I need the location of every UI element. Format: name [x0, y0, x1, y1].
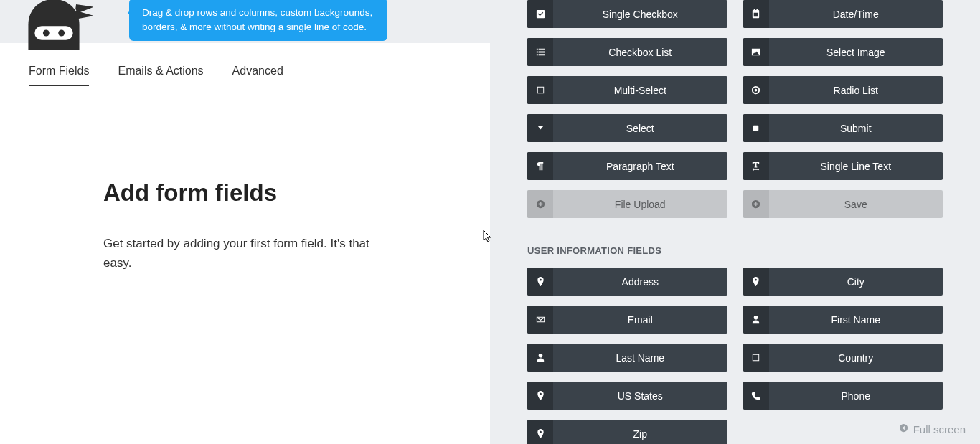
fullscreen-label: Full screen	[913, 423, 966, 435]
field-label: First Name	[769, 306, 943, 334]
map-pin-icon	[527, 420, 553, 444]
dot-circle-icon	[743, 76, 769, 104]
square-o-icon	[743, 344, 769, 372]
field-us-states[interactable]: US States	[527, 382, 727, 410]
svg-rect-1	[34, 26, 72, 40]
field-label: Last Name	[553, 344, 727, 372]
chevron-down-icon	[527, 114, 553, 142]
left-panel: Drag & drop rows and columns, custom bac…	[0, 0, 490, 444]
tab-advanced[interactable]: Advanced	[232, 65, 283, 86]
ninja-logo	[14, 0, 93, 50]
page-title: Add form fields	[103, 179, 402, 207]
right-panel: Single CheckboxDate/TimeCheckbox ListSel…	[490, 0, 980, 444]
user-icon	[527, 344, 553, 372]
page-description: Get started by adding your first form fi…	[103, 234, 390, 273]
text-width-icon	[743, 152, 769, 180]
field-label: Select Image	[769, 38, 943, 66]
field-file-upload: File Upload	[527, 190, 727, 218]
field-label: US States	[553, 382, 727, 410]
image-icon	[743, 38, 769, 66]
field-city[interactable]: City	[743, 268, 943, 296]
field-label: Radio List	[769, 76, 943, 104]
field-select-image[interactable]: Select Image	[743, 38, 943, 66]
plus-circle-icon	[527, 190, 553, 218]
field-single-line-text[interactable]: Single Line Text	[743, 152, 943, 180]
field-label: Country	[769, 344, 943, 372]
phone-icon	[743, 382, 769, 410]
field-label: Paragraph Text	[553, 152, 727, 180]
square-o-icon	[527, 76, 553, 104]
field-label: Save	[769, 190, 943, 218]
square-icon	[743, 114, 769, 142]
user-info-section-header: USER INFORMATION FIELDS	[527, 245, 943, 256]
svg-point-3	[58, 30, 65, 37]
field-label: Multi-Select	[553, 76, 727, 104]
field-address[interactable]: Address	[527, 268, 727, 296]
arrow-left-circle-icon	[898, 422, 909, 435]
field-label: Email	[553, 306, 727, 334]
svg-point-2	[43, 30, 50, 37]
field-radio-list[interactable]: Radio List	[743, 76, 943, 104]
list-ul-icon	[527, 38, 553, 66]
paragraph-icon	[527, 152, 553, 180]
field-label: Zip	[553, 420, 727, 444]
map-pin-icon	[527, 382, 553, 410]
field-label: Single Checkbox	[553, 0, 727, 28]
tooltip-bubble: Drag & drop rows and columns, custom bac…	[129, 0, 387, 41]
field-label: Address	[553, 268, 727, 296]
common-fields-grid: Single CheckboxDate/TimeCheckbox ListSel…	[527, 0, 943, 218]
field-first-name[interactable]: First Name	[743, 306, 943, 334]
field-zip[interactable]: Zip	[527, 420, 727, 444]
field-single-checkbox[interactable]: Single Checkbox	[527, 0, 727, 28]
header-area: Drag & drop rows and columns, custom bac…	[0, 0, 490, 43]
field-last-name[interactable]: Last Name	[527, 344, 727, 372]
tab-emails-actions[interactable]: Emails & Actions	[118, 65, 203, 86]
calendar-icon	[743, 0, 769, 28]
field-select[interactable]: Select	[527, 114, 727, 142]
field-country[interactable]: Country	[743, 344, 943, 372]
field-multi-select[interactable]: Multi-Select	[527, 76, 727, 104]
user-fields-grid: AddressCityEmailFirst NameLast NameCount…	[527, 268, 943, 444]
field-checkbox-list[interactable]: Checkbox List	[527, 38, 727, 66]
field-label: Submit	[769, 114, 943, 142]
field-label: Date/Time	[769, 0, 943, 28]
field-save: Save	[743, 190, 943, 218]
field-date-time[interactable]: Date/Time	[743, 0, 943, 28]
plus-circle-icon	[743, 190, 769, 218]
fullscreen-button[interactable]: Full screen	[898, 422, 966, 435]
field-label: City	[769, 268, 943, 296]
field-email[interactable]: Email	[527, 306, 727, 334]
check-square-icon	[527, 0, 553, 28]
field-label: Select	[553, 114, 727, 142]
envelope-icon	[527, 306, 553, 334]
field-label: File Upload	[553, 190, 727, 218]
field-submit[interactable]: Submit	[743, 114, 943, 142]
field-phone[interactable]: Phone	[743, 382, 943, 410]
field-paragraph-text[interactable]: Paragraph Text	[527, 152, 727, 180]
field-label: Single Line Text	[769, 152, 943, 180]
map-pin-icon	[743, 268, 769, 296]
user-icon	[743, 306, 769, 334]
content-area: Add form fields Get started by adding yo…	[0, 86, 402, 273]
map-pin-icon	[527, 268, 553, 296]
field-label: Checkbox List	[553, 38, 727, 66]
field-label: Phone	[769, 382, 943, 410]
tab-form-fields[interactable]: Form Fields	[29, 65, 89, 86]
